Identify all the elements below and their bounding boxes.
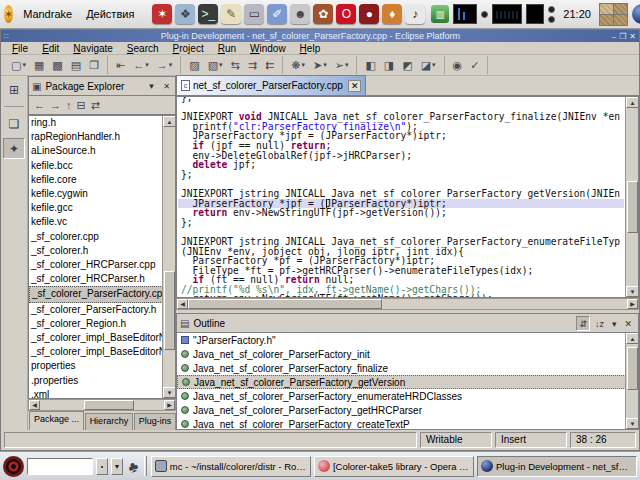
kde-app-icon[interactable] (632, 4, 640, 24)
file-item[interactable]: kefile.vc (29, 215, 175, 229)
save-button[interactable]: ▦ (31, 57, 47, 74)
window-titlebar[interactable]: ∷ Plug-in Development - net_sf_colorer_P… (1, 30, 639, 42)
minimize-button[interactable]: – (612, 32, 616, 41)
menu-window[interactable]: Window (243, 43, 293, 54)
outline-item[interactable]: Java_net_sf_colorer_ParserFactory_finali… (177, 361, 638, 375)
dropdown-arrow-icon[interactable]: ▾ (219, 61, 223, 69)
scroll-down-icon[interactable]: ▼ (163, 387, 176, 398)
mixer-icon[interactable]: ♦ (382, 4, 402, 24)
editor-hscrollbar[interactable]: ◀ ▶ (176, 298, 639, 310)
external-tools-button[interactable]: ➢▾ (332, 57, 352, 74)
terminal-icon[interactable]: >_ (198, 4, 218, 24)
recorder-icon[interactable]: ● (359, 4, 379, 24)
mandrake-menu[interactable]: Mandrake (19, 6, 76, 22)
prev-annotation-button[interactable]: ⇇ (262, 57, 277, 74)
file-item[interactable]: rapRegionHandler.h (29, 130, 175, 144)
scroll-right-icon[interactable]: ▶ (627, 299, 638, 309)
lcd-monitor-applet[interactable] (492, 4, 522, 24)
file-item[interactable]: _sf_colorer.h (29, 244, 175, 258)
taskbar-button[interactable]: Plug-in Development - net_sf_colo (477, 456, 637, 477)
maximize-button[interactable]: ❐ (619, 32, 626, 41)
plugin-perspective-button[interactable]: ✦ (3, 138, 25, 159)
link-with-editor-button[interactable]: ⇄ (91, 99, 100, 112)
menu-run[interactable]: Run (211, 43, 243, 54)
pager-desktop-4[interactable] (614, 15, 627, 25)
copy-button[interactable]: ❐ (86, 57, 102, 74)
tab-plugins[interactable]: Plug-ins (134, 413, 176, 430)
lexical-sort-button[interactable]: ⇵ (576, 316, 590, 331)
next-annotation-button[interactable]: ⇉ (245, 57, 260, 74)
scroll-left-icon[interactable]: ◀ (29, 400, 40, 410)
dropdown-arrow-icon[interactable]: ▾ (323, 61, 327, 69)
editor-scrollbar[interactable]: ▲ ▼ (625, 97, 638, 297)
dropdown-arrow-icon[interactable]: ▾ (169, 61, 173, 69)
file-item[interactable]: ring.h (29, 116, 175, 130)
dropdown-arrow-icon[interactable]: ▾ (145, 61, 149, 69)
task-button[interactable]: ✓ (467, 57, 482, 74)
scroll-thumb[interactable] (627, 181, 638, 233)
back-button[interactable]: ←▾ (130, 57, 152, 74)
tools-icon[interactable]: ✶ (152, 4, 172, 24)
outline-item[interactable]: "JParserFactory.h" (177, 333, 638, 347)
print-button[interactable]: ▤ (68, 57, 84, 74)
gnome-foot-icon[interactable]: ♣ (126, 456, 141, 475)
file-item[interactable]: _sf_colorer_HRCParser.h (29, 272, 175, 286)
scroll-thumb[interactable] (627, 347, 638, 390)
gimp-icon[interactable]: ✿ (313, 4, 333, 24)
tab-hierarchy[interactable]: Hierarchy (85, 413, 133, 430)
pager-desktop-2[interactable] (614, 4, 627, 14)
open-perspective-button[interactable]: ⊞ (3, 79, 25, 100)
outline-item[interactable]: Java_net_sf_colorer_ParserFactory_getVer… (177, 375, 638, 389)
file-item[interactable]: properties (29, 359, 175, 373)
file-item[interactable]: kefile.gcc (29, 201, 175, 215)
desktop-pager[interactable] (599, 3, 628, 26)
mandrake-star-icon[interactable]: ✶ (4, 5, 13, 23)
back-button[interactable]: ← (34, 99, 45, 111)
run-button[interactable]: • (96, 458, 108, 475)
close-outline-button[interactable]: ✕ (621, 316, 635, 331)
new-schema-button[interactable]: ◪▾ (418, 57, 439, 74)
notes-icon[interactable]: ✎ (221, 4, 241, 24)
file-item[interactable]: _sf_colorer_HRCParser.cpp (29, 258, 175, 272)
opera-icon[interactable]: O (336, 4, 356, 24)
menu-navigate[interactable]: Navigate (66, 43, 119, 54)
file-item[interactable]: _sf_colorer_Region.h (29, 317, 175, 331)
alpha-sort-button[interactable]: ↓z (592, 316, 607, 331)
dropdown-arrow-icon[interactable]: ▾ (301, 61, 305, 69)
open-resource-button[interactable]: ▨ (186, 57, 202, 74)
outline-item[interactable]: Java_net_sf_colorer_ParserFactory_getHRC… (177, 403, 638, 417)
forward-button[interactable]: →▾ (154, 57, 176, 74)
menu-edit[interactable]: Edit (35, 43, 66, 54)
scroll-right-icon[interactable]: ▶ (164, 400, 175, 410)
close-view-button[interactable]: ✕ (161, 82, 172, 91)
scroll-left-icon[interactable]: ◀ (177, 299, 188, 309)
outline-item[interactable]: Java_net_sf_colorer_ParserFactory_init (177, 347, 638, 361)
history-dropdown-button[interactable]: ▼ (111, 458, 123, 475)
up-button[interactable]: ↑ (66, 99, 72, 111)
file-item[interactable]: .xml (29, 388, 175, 399)
volume-icon[interactable]: ♪ (405, 4, 425, 24)
close-button[interactable]: ✕ (629, 32, 636, 41)
dropdown-arrow-icon[interactable]: ▾ (432, 61, 436, 69)
file-item[interactable]: _sf_colorer_impl_BaseEditorNa (29, 345, 175, 359)
file-item[interactable]: .properties (29, 374, 175, 388)
panel-clock[interactable]: 21:20 (559, 8, 595, 20)
menu-search[interactable]: Search (120, 43, 166, 54)
file-item[interactable]: kefile.bcc (29, 159, 175, 173)
code-editor[interactable]: }; JNIEXPORT void JNICALL Java_net_sf_co… (176, 96, 639, 298)
file-item[interactable]: _sf_colorer_impl_BaseEditorNa (29, 331, 175, 345)
new-wizard-button[interactable]: ▢▾ (8, 57, 29, 74)
run-button[interactable]: ➤▾ (310, 57, 330, 74)
outline-scrollbar[interactable]: ▲ ▼ (625, 333, 638, 429)
pager-desktop-1[interactable] (600, 4, 613, 14)
new-plugin-button[interactable]: ◨ (381, 57, 397, 74)
save-all-button[interactable]: ▩ (49, 57, 65, 74)
taskbar-button[interactable]: mc - ~/install/colorer/distr - Root-кс (151, 456, 311, 477)
bullseye-launcher-icon[interactable] (3, 456, 24, 477)
collapse-all-button[interactable]: ⊟ (77, 99, 86, 112)
forward-button[interactable]: → (50, 99, 61, 111)
scroll-up-icon[interactable]: ▲ (626, 97, 639, 108)
run-command-input[interactable] (27, 458, 93, 475)
dropdown-arrow-icon[interactable]: ▾ (345, 61, 349, 69)
desktop-icon[interactable]: ❖ (175, 4, 195, 24)
